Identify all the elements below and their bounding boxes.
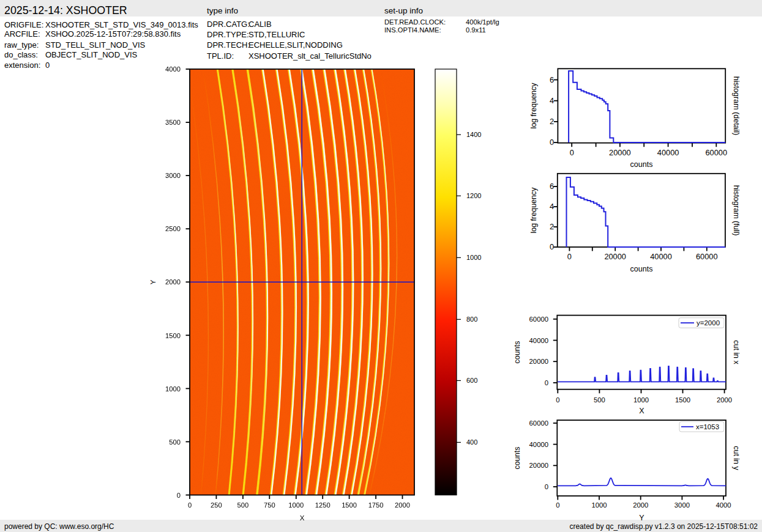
svg-text:x=1053: x=1053 <box>696 423 719 430</box>
svg-text:40000: 40000 <box>529 337 548 344</box>
svg-text:40000: 40000 <box>650 252 672 261</box>
svg-text:20000: 20000 <box>529 462 548 469</box>
svg-text:4000: 4000 <box>716 501 731 509</box>
svg-text:2: 2 <box>550 117 554 126</box>
svg-text:0: 0 <box>177 492 181 499</box>
svg-text:counts: counts <box>630 160 653 169</box>
svg-text:4: 4 <box>550 96 554 105</box>
svg-text:20000: 20000 <box>529 358 548 365</box>
svg-text:1500: 1500 <box>165 332 181 339</box>
svg-text:0: 0 <box>570 148 574 157</box>
svg-text:X: X <box>300 514 305 522</box>
svg-text:y=2000: y=2000 <box>697 319 720 327</box>
svg-text:1000: 1000 <box>633 396 649 404</box>
svg-text:Y: Y <box>149 279 157 284</box>
svg-text:40000: 40000 <box>529 441 548 448</box>
svg-text:0: 0 <box>567 252 572 261</box>
svg-text:600: 600 <box>466 377 477 384</box>
svg-text:1750: 1750 <box>368 501 384 509</box>
svg-text:log frequency: log frequency <box>529 187 538 234</box>
svg-text:histogram (full): histogram (full) <box>732 185 741 236</box>
svg-text:Y: Y <box>639 514 644 522</box>
svg-text:20000: 20000 <box>609 148 631 157</box>
svg-text:1000: 1000 <box>165 385 181 393</box>
svg-text:0: 0 <box>188 501 192 509</box>
svg-text:histogram (detail): histogram (detail) <box>732 76 741 136</box>
svg-text:500: 500 <box>169 438 181 446</box>
svg-text:40000: 40000 <box>657 148 679 157</box>
svg-text:750: 750 <box>264 501 275 509</box>
svg-text:0: 0 <box>545 483 548 490</box>
svg-text:2500: 2500 <box>165 225 181 232</box>
svg-text:1250: 1250 <box>315 501 331 509</box>
svg-text:0: 0 <box>556 501 559 509</box>
svg-text:counts: counts <box>630 265 653 273</box>
svg-text:X: X <box>639 407 644 415</box>
svg-text:0: 0 <box>545 379 548 386</box>
svg-text:1500: 1500 <box>342 501 357 509</box>
svg-text:3000: 3000 <box>165 172 181 179</box>
svg-text:cut in x: cut in x <box>732 340 741 364</box>
svg-text:6: 6 <box>550 75 554 84</box>
svg-text:1500: 1500 <box>675 396 690 404</box>
svg-text:3000: 3000 <box>674 501 690 509</box>
svg-text:counts: counts <box>513 341 521 364</box>
svg-text:60000: 60000 <box>529 419 548 427</box>
svg-text:20000: 20000 <box>604 252 626 261</box>
svg-text:60000: 60000 <box>529 316 548 323</box>
svg-text:cut in y: cut in y <box>732 446 741 470</box>
svg-text:60000: 60000 <box>696 252 718 261</box>
svg-text:3500: 3500 <box>165 119 181 126</box>
svg-text:60000: 60000 <box>706 148 728 157</box>
svg-text:log frequency: log frequency <box>529 83 538 129</box>
svg-text:2000: 2000 <box>633 501 648 509</box>
svg-text:0: 0 <box>556 396 559 404</box>
svg-text:2000: 2000 <box>717 396 732 404</box>
svg-text:2000: 2000 <box>165 278 181 286</box>
svg-text:2000: 2000 <box>395 501 410 509</box>
svg-text:1400: 1400 <box>466 131 481 138</box>
svg-text:250: 250 <box>211 501 222 509</box>
svg-text:500: 500 <box>237 501 249 509</box>
svg-text:0: 0 <box>550 138 554 147</box>
svg-text:1000: 1000 <box>288 501 304 509</box>
svg-text:500: 500 <box>594 396 605 404</box>
svg-text:1000: 1000 <box>466 254 481 261</box>
svg-text:400: 400 <box>466 438 477 446</box>
svg-text:counts: counts <box>513 447 521 470</box>
svg-text:4000: 4000 <box>165 65 181 73</box>
svg-text:0: 0 <box>550 242 554 251</box>
svg-text:1200: 1200 <box>466 192 481 199</box>
svg-text:4: 4 <box>550 202 554 211</box>
svg-text:1000: 1000 <box>591 501 607 509</box>
svg-text:800: 800 <box>466 316 477 323</box>
svg-text:2: 2 <box>550 222 554 231</box>
svg-text:6: 6 <box>550 182 554 191</box>
